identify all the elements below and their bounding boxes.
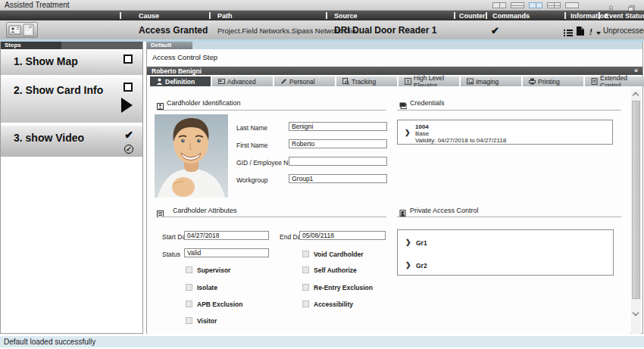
column-divider [564, 12, 566, 19]
title-bar: Assisted Treatment [0, 0, 644, 11]
tracking-search-icon [342, 78, 349, 85]
accessibility-checkbox[interactable] [302, 301, 309, 307]
column-information[interactable]: Information [571, 12, 608, 20]
treatment-tabstrip: Default [147, 42, 642, 49]
identification-title: Cardholder Identification [167, 99, 241, 107]
isolate-label: Isolate [197, 284, 217, 291]
step-label: 3. show Video [14, 132, 84, 144]
scroll-down-icon[interactable] [633, 310, 639, 316]
step-label: 2. Show Card Info [14, 84, 103, 96]
event-row[interactable]: Access Granted Project.Field Networks.Si… [0, 20, 644, 39]
scrollbar-thumb[interactable] [632, 101, 640, 299]
visitor-checkbox[interactable] [186, 317, 192, 324]
tab-high-level-elevator[interactable]: High Level Elevator [399, 76, 459, 86]
tab-default[interactable]: Default [147, 42, 192, 49]
void-cardholder-checkbox[interactable] [302, 251, 309, 257]
document-icon [591, 78, 598, 85]
end-date-input[interactable] [299, 231, 386, 240]
column-cause[interactable]: Cause [139, 12, 159, 20]
lock-icon[interactable] [608, 2, 614, 8]
event-type-card-icon [6, 22, 38, 38]
printer-icon [529, 78, 536, 85]
event-list-header: Cause Path Source Counter Commands Infor… [0, 11, 644, 20]
private-access-box: ❯ Gr1 ❯ Gr2 [397, 229, 614, 276]
column-path[interactable]: Path [217, 12, 233, 20]
first-name-input[interactable] [289, 139, 387, 148]
credential-number: 1004 [415, 123, 429, 130]
event-cause: Access Granted [139, 25, 208, 36]
private-access-title: Private Access Control [410, 207, 479, 214]
tab-extended-control[interactable]: Extended Control [585, 76, 644, 86]
workgroup-label: Workgroup [236, 176, 267, 184]
tab-advanced[interactable]: Advanced [212, 76, 273, 86]
tab-definition[interactable]: Definition [150, 76, 211, 86]
assisted-treatment-window: Assisted Treatment Cause Path Source Cou… [0, 0, 644, 349]
isolate-checkbox[interactable] [186, 284, 192, 291]
column-divider [209, 12, 211, 19]
group1-label[interactable]: Gr1 [416, 239, 427, 247]
window-title: Assisted Treatment [5, 1, 70, 9]
event-document-icon[interactable] [577, 25, 584, 39]
step-checkbox[interactable] [123, 83, 133, 92]
self-authorize-checkbox[interactable] [302, 266, 309, 273]
cardholder-name: Roberto Benigni [152, 67, 202, 75]
commands-check-icon[interactable]: ✔ [491, 25, 499, 36]
layout-split-2col-icon[interactable] [492, 2, 506, 8]
expand-panel-icon[interactable]: » [634, 67, 638, 74]
status-input[interactable] [184, 248, 269, 257]
column-divider [120, 12, 121, 19]
tab-tracking[interactable]: Tracking [336, 76, 397, 86]
credential-item[interactable]: ❯ 1004 Base Validity: 04/27/2018 to 04/2… [397, 120, 613, 145]
column-divider [454, 12, 455, 19]
group2-label[interactable]: Gr2 [416, 262, 427, 270]
column-divider [326, 12, 327, 19]
tab-personal[interactable]: Personal [274, 76, 335, 86]
door-icon [399, 206, 406, 220]
tab-printing[interactable]: Printing [523, 76, 583, 86]
layout-split-3pane-icon[interactable] [547, 2, 561, 8]
step-checkbox[interactable] [123, 55, 133, 64]
step-label: 1. Show Map [14, 55, 78, 67]
steps-panel-header: Steps [1, 42, 142, 49]
current-step-arrow-icon [121, 98, 133, 113]
column-event-status[interactable]: Event Status [605, 12, 644, 20]
layout-current-icon[interactable] [529, 2, 542, 8]
step-show-map[interactable]: 1. Show Map [1, 50, 142, 76]
column-source[interactable]: Source [334, 12, 358, 20]
step-show-card-info[interactable]: 2. Show Card Info [1, 78, 142, 124]
supervisor-checkbox[interactable] [186, 266, 192, 273]
group1-expand-icon[interactable]: ❯ [405, 238, 411, 246]
elevator-icon [405, 78, 411, 85]
step-show-video[interactable]: 3. show Video ✔ ✓ [1, 126, 142, 158]
definition-tab-content: Cardholder Identification [147, 86, 630, 334]
visitor-label: Visitor [197, 317, 217, 325]
event-priority-icon[interactable]: ! [589, 24, 601, 38]
self-authorize-label: Self Authorize [314, 266, 357, 274]
tab-imaging[interactable]: Imaging [461, 76, 521, 86]
credentials-title: Credentials [410, 99, 445, 107]
attributes-title: Cardholder Attributes [173, 207, 237, 214]
card-icon [218, 78, 225, 85]
cardholder-tabs: Definition Advanced Personal Tracking Hi… [147, 76, 642, 86]
attributes-list-icon [157, 207, 164, 220]
workgroup-input[interactable] [289, 174, 387, 183]
start-date-input[interactable] [184, 231, 269, 240]
scroll-up-icon[interactable] [633, 92, 639, 98]
apb-exclusion-checkbox[interactable] [186, 301, 192, 307]
event-status-value: Unprocessed [603, 26, 644, 35]
re-entry-exclusion-checkbox[interactable] [302, 284, 309, 291]
layout-single-icon[interactable] [565, 2, 579, 8]
last-name-input[interactable] [289, 122, 387, 131]
group2-expand-icon[interactable]: ❯ [405, 261, 411, 269]
layout-split-bottom-icon[interactable] [511, 2, 524, 8]
supervisor-label: Supervisor [197, 266, 230, 274]
step-verified-circle-icon: ✓ [124, 145, 133, 154]
credential-expand-icon[interactable]: ❯ [405, 129, 411, 136]
column-divider [599, 12, 600, 19]
gid-input[interactable] [289, 157, 387, 166]
restore-window-icon[interactable] [628, 2, 635, 8]
column-counter[interactable]: Counter [459, 12, 486, 20]
column-commands[interactable]: Commands [492, 12, 530, 20]
event-log-list-icon[interactable] [564, 26, 573, 39]
vertical-scrollbar[interactable] [631, 89, 641, 334]
